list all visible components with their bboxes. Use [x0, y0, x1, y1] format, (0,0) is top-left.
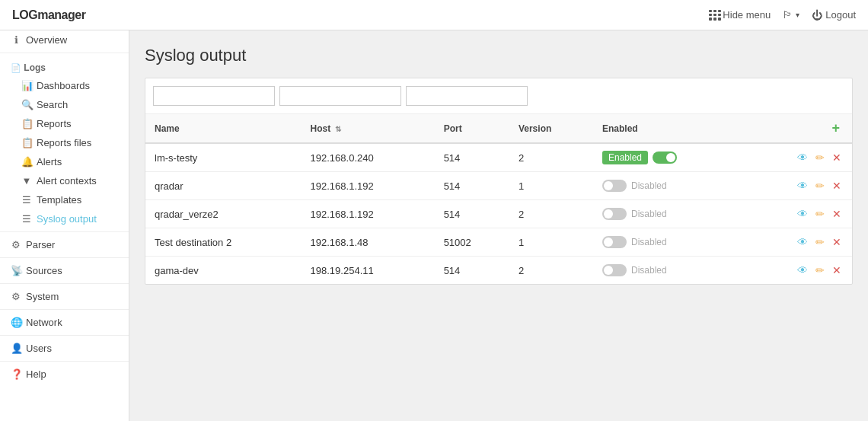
disabled-toggle[interactable] [602, 208, 627, 220]
disabled-toggle[interactable] [602, 236, 627, 248]
system-icon: ⚙ [11, 291, 21, 302]
alert-contexts-icon: ▼ [21, 175, 32, 187]
logout-label: Logout [825, 9, 856, 21]
table-row: qradar_verze2192.168.1.1925142 Disabled … [145, 200, 852, 228]
col-name[interactable]: Name [145, 114, 302, 143]
edit-button[interactable]: ✏ [814, 234, 826, 250]
cell-host: 192.168.0.240 [302, 143, 435, 172]
sidebar-item-alert-contexts[interactable]: ▼ Alert contexts [0, 171, 129, 190]
sidebar-label-users: Users [26, 343, 52, 354]
users-icon: 👤 [11, 343, 21, 354]
table-row: gama-dev198.19.254.115142 Disabled 👁 ✏ ✕ [145, 257, 852, 285]
sidebar-label-templates: Templates [37, 194, 81, 206]
disabled-label: Disabled [631, 265, 667, 276]
disabled-toggle[interactable] [602, 264, 627, 276]
table-filters [145, 78, 852, 114]
disabled-label: Disabled [631, 209, 667, 219]
table-row: lm-s-testy192.168.0.2405142 Enabled 👁 ✏ … [145, 143, 852, 172]
reports-files-icon: 📋 [21, 137, 32, 148]
view-button[interactable]: 👁 [796, 206, 809, 222]
sidebar-item-search[interactable]: 🔍 Search [0, 95, 129, 114]
filter-input-name[interactable] [153, 86, 275, 106]
sidebar-label-parser: Parser [26, 239, 55, 250]
delete-button[interactable]: ✕ [831, 206, 843, 222]
cell-host: 192.168.1.192 [302, 172, 435, 200]
view-button[interactable]: 👁 [796, 263, 809, 278]
sidebar-label-syslog-output: Syslog output [37, 213, 97, 225]
filter-input-host[interactable] [279, 86, 401, 106]
disabled-label: Disabled [631, 237, 667, 247]
delete-button[interactable]: ✕ [831, 263, 843, 278]
view-button[interactable]: 👁 [796, 150, 809, 165]
col-host[interactable]: Host ⇅ [302, 114, 435, 143]
sidebar-item-parser[interactable]: ⚙ Parser [0, 235, 129, 254]
cell-port: 51002 [435, 228, 509, 257]
edit-button[interactable]: ✏ [814, 206, 826, 222]
search-icon: 🔍 [21, 99, 32, 110]
disabled-toggle[interactable] [602, 180, 627, 192]
view-button[interactable]: 👁 [796, 178, 809, 193]
syslog-table: Name Host ⇅ Port Version E [145, 114, 852, 284]
cell-enabled: Enabled [593, 143, 745, 172]
col-actions: + [745, 114, 852, 143]
sidebar-item-reports[interactable]: 📋 Reports [0, 114, 129, 133]
sidebar-item-dashboards[interactable]: 📊 Dashboards [0, 76, 129, 95]
col-version[interactable]: Version [509, 114, 593, 143]
col-port[interactable]: Port [435, 114, 509, 143]
grid-icon [709, 10, 720, 21]
cell-actions: 👁 ✏ ✕ [745, 257, 852, 285]
edit-button[interactable]: ✏ [814, 150, 826, 165]
cell-host: 192.168.1.48 [302, 228, 435, 257]
edit-button[interactable]: ✏ [814, 263, 826, 278]
cell-version: 1 [509, 228, 593, 257]
help-icon: ❓ [11, 368, 21, 380]
sidebar-item-system[interactable]: ⚙ System [0, 287, 129, 306]
cell-version: 2 [509, 200, 593, 228]
logout-button[interactable]: ⏻ Logout [812, 9, 856, 21]
delete-button[interactable]: ✕ [831, 150, 843, 165]
enabled-toggle[interactable] [653, 151, 677, 164]
hide-menu-button[interactable]: Hide menu [709, 9, 771, 21]
sidebar-item-overview[interactable]: ℹ Overview [0, 30, 129, 49]
templates-icon: ☰ [21, 194, 32, 206]
sidebar-item-help[interactable]: ❓ Help [0, 365, 129, 384]
dashboards-icon: 📊 [21, 80, 32, 91]
cell-name: gama-dev [145, 257, 302, 285]
sidebar-label-network: Network [26, 317, 62, 328]
cell-name: qradar_verze2 [145, 200, 302, 228]
sidebar-item-alerts[interactable]: 🔔 Alerts [0, 152, 129, 171]
logout-icon: ⏻ [812, 9, 822, 21]
delete-button[interactable]: ✕ [831, 178, 843, 193]
hide-menu-label: Hide menu [723, 9, 771, 21]
add-syslog-button[interactable]: + [828, 120, 843, 136]
edit-button[interactable]: ✏ [814, 178, 826, 193]
filter-input-port[interactable] [406, 86, 528, 106]
network-icon: 🌐 [11, 317, 21, 328]
col-enabled[interactable]: Enabled [593, 114, 745, 143]
delete-button[interactable]: ✕ [831, 234, 843, 250]
sidebar-label-system: System [26, 291, 59, 302]
sidebar-item-network[interactable]: 🌐 Network [0, 313, 129, 332]
flag-button[interactable]: 🏳 ▾ [783, 9, 799, 21]
logs-icon: 📄 [11, 63, 21, 72]
sidebar-item-syslog-output[interactable]: ☰ Syslog output [0, 209, 129, 228]
cell-name: lm-s-testy [145, 143, 302, 172]
sidebar-item-sources[interactable]: 📡 Sources [0, 261, 129, 280]
sidebar-item-reports-files[interactable]: 📋 Reports files [0, 133, 129, 152]
host-sort-icon: ⇅ [335, 125, 341, 133]
cell-name: qradar [145, 172, 302, 200]
reports-icon: 📋 [21, 118, 32, 129]
sidebar-item-users[interactable]: 👤 Users [0, 339, 129, 358]
sidebar-label-overview: Overview [26, 34, 67, 46]
sidebar-item-templates[interactable]: ☰ Templates [0, 190, 129, 209]
view-button[interactable]: 👁 [796, 234, 809, 250]
cell-host: 192.168.1.192 [302, 200, 435, 228]
topnav-right: Hide menu 🏳 ▾ ⏻ Logout [709, 9, 856, 21]
flag-icon: 🏳 [783, 9, 793, 21]
sidebar: ℹ Overview 📄 Logs 📊 Dashboards 🔍 Search … [0, 30, 129, 421]
cell-actions: 👁 ✏ ✕ [745, 228, 852, 257]
cell-host: 198.19.254.11 [302, 257, 435, 285]
table-container: Name Host ⇅ Port Version E [145, 78, 853, 285]
cell-port: 514 [435, 172, 509, 200]
cell-enabled: Disabled [593, 228, 745, 257]
